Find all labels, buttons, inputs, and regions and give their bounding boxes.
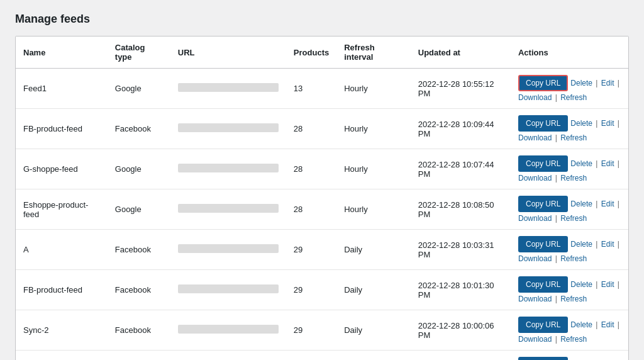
cell-updated-at: 2022-12-28 10:09:44 PM [411, 109, 511, 149]
copy-url-button[interactable]: Copy URL [518, 317, 568, 333]
table-row: G-shoppe-feedGoogle28Hourly2022-12-28 10… [16, 149, 628, 189]
cell-products: 28 [286, 149, 336, 189]
edit-link[interactable]: Edit [601, 280, 614, 289]
download-link[interactable]: Download [518, 295, 552, 303]
refresh-link[interactable]: Refresh [560, 214, 587, 223]
cell-name: Eshoppe-product-feed [16, 189, 108, 230]
table-row: FBFacebook19Weekly2022-12-28 10:04:40 PM… [16, 351, 628, 361]
cell-url [170, 351, 286, 361]
cell-actions: Copy URLDelete | Edit |Download | Refres… [511, 230, 628, 270]
delete-link[interactable]: Delete [570, 280, 592, 289]
edit-link[interactable]: Edit [601, 159, 614, 168]
edit-link[interactable]: Edit [601, 320, 614, 329]
table-row: FB-product-feedFacebook28Hourly2022-12-2… [16, 109, 628, 149]
refresh-link[interactable]: Refresh [560, 174, 587, 183]
cell-updated-at: 2022-12-28 10:04:40 PM [411, 351, 511, 361]
cell-actions: Copy URLDelete | Edit |Download | Refres… [511, 149, 628, 189]
cell-refresh-interval: Hourly [336, 189, 411, 230]
cell-catalog-type: Facebook [108, 270, 170, 310]
cell-refresh-interval: Hourly [336, 69, 411, 109]
cell-products: 28 [286, 189, 336, 230]
copy-url-button[interactable]: Copy URL [518, 155, 568, 172]
cell-name: FB-product-feed [16, 109, 108, 149]
table-header-row: Name Catalog type URL Products Refresh i… [16, 37, 628, 69]
cell-refresh-interval: Weekly [336, 351, 411, 361]
cell-url [170, 270, 286, 310]
cell-updated-at: 2022-12-28 10:03:31 PM [411, 230, 511, 270]
cell-url [170, 109, 286, 149]
download-link[interactable]: Download [518, 93, 552, 102]
delete-link[interactable]: Delete [570, 119, 592, 128]
cell-products: 28 [286, 109, 336, 149]
edit-link[interactable]: Edit [601, 200, 614, 208]
cell-name: Sync-2 [16, 310, 108, 351]
cell-catalog-type: Google [108, 149, 170, 189]
cell-name: G-shoppe-feed [16, 149, 108, 189]
cell-name: FB [16, 351, 108, 361]
cell-url [170, 69, 286, 109]
cell-products: 29 [286, 270, 336, 310]
copy-url-button[interactable]: Copy URL [518, 115, 568, 132]
table-row: Feed1Google13Hourly2022-12-28 10:55:12 P… [16, 69, 628, 109]
cell-actions: Copy URLDelete | Edit |Download | Refres… [511, 270, 628, 310]
delete-link[interactable]: Delete [570, 200, 592, 208]
table-row: FB-product-feedFacebook29Daily2022-12-28… [16, 270, 628, 310]
cell-name: FB-product-feed [16, 270, 108, 310]
col-products: Products [286, 37, 336, 69]
cell-updated-at: 2022-12-28 10:07:44 PM [411, 149, 511, 189]
copy-url-button[interactable]: Copy URL [518, 357, 568, 360]
cell-catalog-type: Facebook [108, 109, 170, 149]
delete-link[interactable]: Delete [570, 320, 592, 329]
cell-catalog-type: Facebook [108, 351, 170, 361]
table-row: Sync-2Facebook29Daily2022-12-28 10:00:06… [16, 310, 628, 351]
delete-link[interactable]: Delete [570, 240, 592, 249]
download-link[interactable]: Download [518, 174, 552, 183]
refresh-link[interactable]: Refresh [560, 295, 587, 303]
table-row: Eshoppe-product-feedGoogle28Hourly2022-1… [16, 189, 628, 230]
cell-name: Feed1 [16, 69, 108, 109]
cell-url [170, 230, 286, 270]
download-link[interactable]: Download [518, 214, 552, 223]
cell-refresh-interval: Daily [336, 270, 411, 310]
col-name: Name [16, 37, 108, 69]
refresh-link[interactable]: Refresh [560, 133, 587, 142]
col-updated-at: Updated at [411, 37, 511, 69]
cell-updated-at: 2022-12-28 10:01:30 PM [411, 270, 511, 310]
delete-link[interactable]: Delete [570, 79, 592, 87]
table-row: AFacebook29Daily2022-12-28 10:03:31 PMCo… [16, 230, 628, 270]
download-link[interactable]: Download [518, 254, 552, 263]
col-url: URL [170, 37, 286, 69]
copy-url-button[interactable]: Copy URL [518, 196, 568, 212]
feeds-table: Name Catalog type URL Products Refresh i… [16, 37, 628, 360]
copy-url-button[interactable]: Copy URL [518, 75, 568, 91]
cell-refresh-interval: Daily [336, 230, 411, 270]
delete-link[interactable]: Delete [570, 159, 592, 168]
refresh-link[interactable]: Refresh [560, 254, 587, 263]
cell-products: 29 [286, 310, 336, 351]
page-title: Manage feeds [15, 13, 629, 26]
col-actions: Actions [511, 37, 628, 69]
download-link[interactable]: Download [518, 335, 552, 344]
cell-products: 13 [286, 69, 336, 109]
cell-catalog-type: Facebook [108, 310, 170, 351]
cell-actions: Copy URLDelete | Edit |Download | Refres… [511, 109, 628, 149]
copy-url-button[interactable]: Copy URL [518, 276, 568, 293]
refresh-link[interactable]: Refresh [560, 335, 587, 344]
refresh-link[interactable]: Refresh [560, 93, 587, 102]
cell-actions: Copy URLDelete | Edit |Download | Refres… [511, 310, 628, 351]
download-link[interactable]: Download [518, 133, 552, 142]
cell-actions: Copy URLDelete | Edit |Download | Refres… [511, 351, 628, 361]
cell-refresh-interval: Hourly [336, 149, 411, 189]
cell-catalog-type: Google [108, 69, 170, 109]
feeds-table-wrapper: Name Catalog type URL Products Refresh i… [15, 36, 629, 360]
edit-link[interactable]: Edit [601, 79, 614, 87]
cell-catalog-type: Google [108, 189, 170, 230]
edit-link[interactable]: Edit [601, 119, 614, 128]
cell-url [170, 310, 286, 351]
cell-updated-at: 2022-12-28 10:55:12 PM [411, 69, 511, 109]
cell-products: 19 [286, 351, 336, 361]
cell-url [170, 189, 286, 230]
cell-updated-at: 2022-12-28 10:08:50 PM [411, 189, 511, 230]
edit-link[interactable]: Edit [601, 240, 614, 249]
copy-url-button[interactable]: Copy URL [518, 236, 568, 252]
